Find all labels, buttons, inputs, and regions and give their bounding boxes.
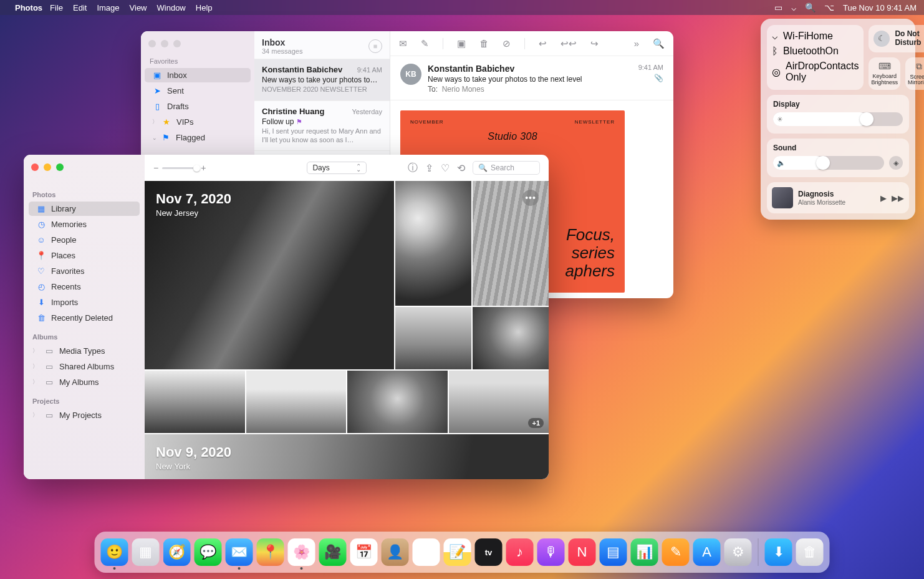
day-more-button[interactable]: ••• <box>522 190 539 206</box>
cc-keyboard-brightness[interactable]: ⌨︎ Keyboard Brightness <box>869 57 900 90</box>
dock-app-keynote[interactable]: ▤ <box>600 538 627 566</box>
photo-thumbnail[interactable]: +1 <box>449 371 549 433</box>
cc-screen-mirroring[interactable]: ⧉ Screen Mirroring <box>905 57 924 90</box>
sidebar-item-favorites[interactable]: ♡Favorites <box>29 264 140 278</box>
dock-app-contacts[interactable]: 👤 <box>382 538 409 566</box>
sidebar-item-places[interactable]: 📍Places <box>29 248 140 263</box>
dock-app-notes[interactable]: 📝 <box>444 538 471 566</box>
dock-app-finder[interactable]: 🙂 <box>101 538 128 566</box>
battery-icon[interactable]: ▭ <box>774 2 782 12</box>
dock-app-safari[interactable]: 🧭 <box>163 538 191 566</box>
search-icon[interactable]: 🔍 <box>653 38 665 49</box>
menu-view[interactable]: View <box>130 3 147 12</box>
dock-downloads[interactable]: ⬇︎ <box>765 538 792 566</box>
menu-window[interactable]: Window <box>157 3 186 12</box>
share-icon[interactable]: ⇪ <box>425 162 433 174</box>
mail-sidebar-vips[interactable]: 〉★VIPs <box>145 115 251 129</box>
menu-file[interactable]: File <box>50 3 63 12</box>
traffic-close[interactable] <box>148 40 156 47</box>
dock-app-messages[interactable]: 💬 <box>195 538 222 566</box>
dock-app-numbers[interactable]: 📊 <box>631 538 658 566</box>
dock-app-pages[interactable]: ✎ <box>662 538 690 566</box>
menu-edit[interactable]: Edit <box>73 3 87 12</box>
cc-airdrop[interactable]: ◎ AirDropContacts Only <box>772 61 859 83</box>
cc-now-playing[interactable]: Diagnosis Alanis Morissette ▶ ▶▶ <box>767 182 909 213</box>
photo-thumbnail[interactable] <box>145 371 245 433</box>
poster-tl: NOVEMBER <box>410 119 443 125</box>
app-menu[interactable]: Photos <box>15 3 42 12</box>
zoom-slider[interactable]: −+ <box>153 163 206 173</box>
cc-bluetooth[interactable]: ᛒ BluetoothOn <box>772 46 859 57</box>
dock-app-podcasts[interactable]: 🎙 <box>537 538 565 566</box>
mail-filter-button[interactable]: ≡ <box>368 39 382 53</box>
mail-sidebar-drafts[interactable]: ▯Drafts <box>145 99 251 114</box>
dock-app-reminders[interactable]: ☑︎ <box>413 538 440 566</box>
dock-app-app-store[interactable]: A <box>693 538 721 566</box>
spotlight-icon[interactable]: 🔍 <box>805 2 816 12</box>
traffic-min[interactable] <box>161 40 168 47</box>
photo-thumbnail[interactable] <box>347 371 448 433</box>
traffic-close[interactable] <box>31 163 39 171</box>
sidebar-item-recents[interactable]: ◴Recents <box>29 280 140 294</box>
photo-thumbnail[interactable] <box>473 307 549 369</box>
dock-app-facetime[interactable]: 🎥 <box>319 538 347 566</box>
photos-gallery[interactable]: Nov 7, 2020 New Jersey ••• +1 <box>145 181 549 479</box>
sidebar-item-people[interactable]: ☺︎People <box>29 233 140 247</box>
traffic-min[interactable] <box>44 163 51 171</box>
cc-airplay-audio[interactable]: ◈ <box>889 156 903 170</box>
mail-message-row[interactable]: Konstantin Babichev9:41 AM New ways to t… <box>254 59 390 101</box>
mail-sidebar-sent[interactable]: ➤Sent <box>145 84 251 98</box>
traffic-max[interactable] <box>56 163 64 171</box>
photo-thumbnail[interactable] <box>395 181 471 306</box>
dock-app-music[interactable]: ♪ <box>506 538 534 566</box>
dock-app-news[interactable]: N <box>569 538 596 566</box>
envelope-icon[interactable]: ✉︎ <box>399 38 407 49</box>
more-icon[interactable]: » <box>634 38 639 49</box>
sidebar-item-memories[interactable]: ◷Memories <box>29 217 140 231</box>
sidebar-item-media-types[interactable]: 〉▭Media Types <box>29 344 140 358</box>
dock-app-system-preferences[interactable]: ⚙︎ <box>724 538 752 566</box>
sidebar-item-imports[interactable]: ⬇︎Imports <box>29 295 140 309</box>
archive-icon[interactable]: ▣ <box>457 38 466 49</box>
menu-image[interactable]: Image <box>97 3 119 12</box>
control-center-icon[interactable]: ⌥ <box>824 2 834 12</box>
cc-dnd[interactable]: ☾ Do Not Disturb <box>869 25 924 52</box>
dock-app-mail[interactable]: ✉️ <box>226 538 253 566</box>
dock-app-tv[interactable]: tv <box>475 538 503 566</box>
menu-help[interactable]: Help <box>196 3 213 12</box>
photo-thumbnail[interactable] <box>395 307 471 369</box>
junk-icon[interactable]: ⊘ <box>503 38 511 49</box>
sidebar-item-library[interactable]: ▦Library <box>29 202 140 216</box>
mail-sidebar-flagged[interactable]: ⌄⚑Flagged <box>145 130 251 145</box>
traffic-max[interactable] <box>173 40 181 47</box>
forward-icon[interactable]: ↪︎ <box>590 38 599 49</box>
dock-app-photos[interactable]: 🌸 <box>288 538 315 566</box>
reply-all-icon[interactable]: ↩︎↩︎ <box>561 38 577 49</box>
dock-app-calendar[interactable]: 📅 <box>350 538 378 566</box>
menubar-clock[interactable]: Tue Nov 10 9:41 AM <box>843 3 917 12</box>
dock-trash[interactable]: 🗑 <box>796 538 824 566</box>
play-icon[interactable]: ▶ <box>880 193 887 203</box>
sidebar-item-recently-deleted[interactable]: 🗑Recently Deleted <box>29 311 140 325</box>
reply-icon[interactable]: ↩︎ <box>539 38 547 49</box>
compose-icon[interactable]: ✎ <box>421 38 429 49</box>
rotate-icon[interactable]: ⟲ <box>457 162 465 174</box>
mail-sidebar-inbox[interactable]: ▣Inbox <box>145 68 251 82</box>
cc-wifi[interactable]: ⌵ Wi-FiHome <box>772 30 859 42</box>
mail-message-row[interactable]: Christine HuangYesterday Follow up⚑ Hi, … <box>254 101 390 152</box>
info-icon[interactable]: ⓘ <box>408 162 418 175</box>
favorite-icon[interactable]: ♡ <box>441 162 450 174</box>
cc-display-slider[interactable]: ☀︎ <box>773 112 903 126</box>
sidebar-item-my-albums[interactable]: 〉▭My Albums <box>29 375 140 389</box>
scope-dropdown[interactable]: Days⌃⌄ <box>307 162 366 174</box>
sidebar-item-shared-albums[interactable]: 〉▭Shared Albums <box>29 359 140 374</box>
photo-thumbnail[interactable] <box>246 371 347 433</box>
next-icon[interactable]: ▶▶ <box>892 193 904 203</box>
sidebar-item-my-projects[interactable]: 〉▭My Projects <box>29 408 140 422</box>
cc-sound-slider[interactable]: 🔈 <box>773 156 884 170</box>
dock-app-maps[interactable]: 📍 <box>257 538 284 566</box>
dock-app-launchpad[interactable]: ▦ <box>132 538 160 566</box>
wifi-icon[interactable]: ⌵ <box>791 2 796 12</box>
trash-icon[interactable]: 🗑 <box>479 38 489 49</box>
search-input[interactable]: 🔍Search <box>473 161 540 175</box>
